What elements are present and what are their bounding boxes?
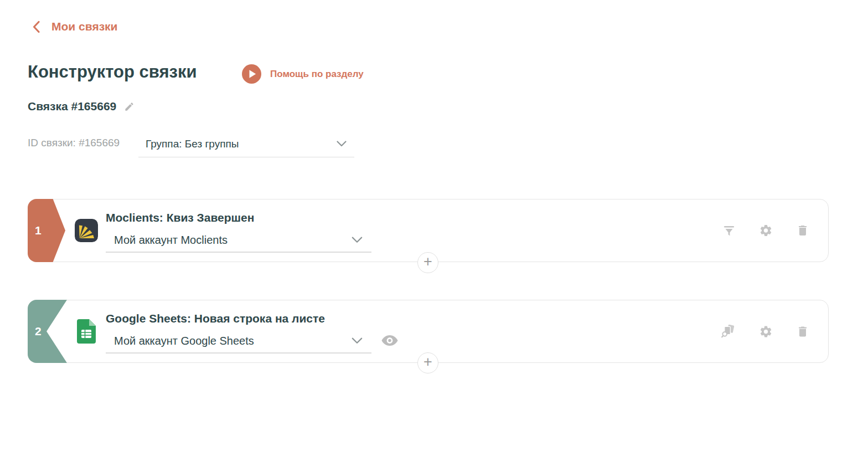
bundle-id-label: ID связки: #165669 <box>28 137 120 149</box>
account-select[interactable]: Мой аккаунт Moclients <box>106 228 371 253</box>
eye-icon <box>381 335 398 346</box>
help-link-label: Помощь по разделу <box>270 69 364 80</box>
bundle-name: Связка #165669 <box>28 100 116 113</box>
account-select-value: Мой аккаунт Google Sheets <box>114 335 254 347</box>
settings-button[interactable] <box>759 325 773 339</box>
google-sheets-app-icon <box>77 319 96 344</box>
trash-icon <box>796 325 809 339</box>
step-number-badge: 2 <box>28 300 67 363</box>
add-step-button[interactable]: + <box>417 252 438 273</box>
step-actions <box>721 324 809 339</box>
trash-icon <box>796 224 809 238</box>
plus-icon: + <box>423 254 432 269</box>
visibility-button[interactable] <box>381 335 398 346</box>
settings-button[interactable] <box>759 224 773 238</box>
step-number: 2 <box>35 325 42 338</box>
document-magnifier-icon <box>721 324 736 339</box>
chevron-down-icon <box>337 141 347 147</box>
add-step-button[interactable]: + <box>417 352 438 373</box>
play-icon <box>242 64 261 84</box>
help-link[interactable]: Помощь по разделу <box>242 64 364 84</box>
account-select[interactable]: Мой аккаунт Google Sheets <box>106 329 371 354</box>
pencil-icon <box>124 101 135 112</box>
chevron-down-icon <box>352 337 363 344</box>
edit-bundle-name-button[interactable] <box>124 101 135 112</box>
filter-button[interactable] <box>722 224 736 237</box>
account-select-value: Мой аккаунт Moclients <box>114 234 228 247</box>
filter-icon <box>722 224 736 237</box>
link-constructor-page: Мои связки Конструктор связки Помощь по … <box>0 0 868 471</box>
moclients-app-icon <box>75 219 98 242</box>
step-title: Google Sheets: Новая строка на листе <box>106 312 325 325</box>
plus-icon: + <box>423 355 432 370</box>
page-title: Конструктор связки <box>28 62 197 82</box>
back-link[interactable]: Мои связки <box>32 20 118 33</box>
group-select-value: Группа: Без группы <box>146 138 239 150</box>
bundle-name-row: Связка #165669 <box>28 100 135 113</box>
delete-button[interactable] <box>796 325 809 339</box>
chevron-left-icon <box>32 21 40 33</box>
step-title: Moclients: Квиз Завершен <box>106 211 254 224</box>
back-link-label: Мои связки <box>51 20 118 33</box>
gear-icon <box>759 224 773 238</box>
group-select[interactable]: Группа: Без группы <box>138 131 354 157</box>
step-number: 1 <box>35 224 42 237</box>
preview-data-button[interactable] <box>721 324 736 339</box>
gear-icon <box>759 325 773 339</box>
step-number-badge: 1 <box>28 199 65 262</box>
step-actions <box>722 224 809 238</box>
chevron-down-icon <box>352 237 363 243</box>
delete-button[interactable] <box>796 224 809 238</box>
